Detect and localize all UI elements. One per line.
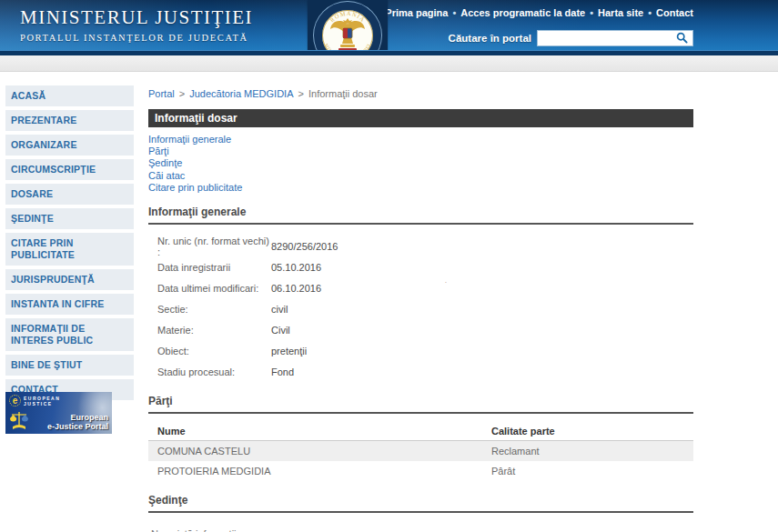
quick-link-informatii-generale[interactable]: Informaţii generale [148, 134, 693, 146]
field-label: Data ultimei modificari: [157, 283, 271, 294]
site-header: MINISTERUL JUSTIŢIEI PORTALUL INSTANŢELO… [0, 0, 778, 55]
link-separator: • [590, 7, 593, 18]
field-value: pretenţii [271, 346, 307, 356]
cell-calitate: Reclamant [491, 446, 540, 457]
parties-table: Nume Calitate parte COMUNA CASTELU Recla… [148, 422, 693, 481]
field-row-data-inregistrarii: Data inregistrarii 05.10.2016 [148, 256, 693, 277]
sidebar-item-jurisprudenta[interactable]: JURISPRUDENŢĂ [5, 269, 134, 290]
sidebar-item-bine-de-stiut[interactable]: BINE DE ŞTIUT [5, 355, 134, 376]
field-label: Nr. unic (nr. format vechi) : [157, 236, 271, 257]
field-label: Obiect: [157, 346, 271, 356]
field-label: Data inregistrarii [157, 262, 271, 273]
romania-eagle-icon [329, 15, 366, 55]
field-label: Stadiu procesual: [157, 366, 271, 377]
section-heading-parti: Părţi [148, 395, 693, 414]
column-header-calitate-parte: Calitate parte [491, 426, 555, 437]
breadcrumb-separator: > [298, 88, 304, 99]
field-row-nr-unic: Nr. unic (nr. format vechi) : 8290/256/2… [148, 236, 693, 256]
section-heading-sedinte: Şedinţe [148, 494, 693, 513]
sidebar-item-organizare[interactable]: ORGANIZARE [5, 135, 134, 156]
cell-nume: COMUNA CASTELU [148, 446, 491, 457]
breadcrumb-separator: > [179, 88, 185, 99]
table-row: PROTOIERIA MEDGIDIA Pârât [148, 461, 693, 481]
field-label: Sectie: [157, 304, 271, 315]
top-link-acces-programatic[interactable]: Acces programatic la date [460, 7, 585, 18]
top-nav: Prima pagina•Acces programatic la date•H… [385, 7, 693, 18]
column-header-nume: Nume [148, 426, 491, 437]
ejustice-banner[interactable]: e EUROPEAN JUSTICE European e-Justice Po… [5, 392, 112, 434]
ejustice-e-icon: e [9, 395, 21, 407]
quick-link-parti[interactable]: Părţi [148, 146, 693, 157]
table-row: COMUNA CASTELU Reclamant [148, 441, 693, 461]
search-label: Căutare în portal [449, 33, 531, 44]
sidebar-item-acasa[interactable]: ACASĂ [5, 85, 134, 106]
field-row-data-ultimei-modificari: Data ultimei modificari: 06.10.2016 [148, 277, 693, 298]
link-separator: • [452, 7, 456, 18]
top-link-harta-site[interactable]: Harta site [598, 7, 643, 18]
sidebar-item-sedinte[interactable]: ŞEDINŢE [5, 208, 134, 229]
search-input[interactable] [540, 32, 671, 45]
sedinte-empty-note: Nu există informaţii [148, 528, 693, 532]
main-content: Portal>Judecătoria MEDGIDIA>Informaţii d… [148, 85, 693, 532]
site-title: MINISTERUL JUSTIŢIEI [20, 6, 253, 29]
field-label: Materie: [157, 325, 271, 336]
sidebar-item-prezentare[interactable]: PREZENTARE [5, 110, 134, 131]
ejustice-caption: European e-Justice Portal [47, 413, 108, 431]
field-value: Civil [271, 325, 290, 336]
portal-search: Căutare în portal [449, 30, 693, 46]
ejustice-logo-text: EUROPEAN JUSTICE [24, 396, 60, 407]
field-row-obiect: Obiect: pretenţii [148, 340, 693, 361]
breadcrumb: Portal>Judecătoria MEDGIDIA>Informaţii d… [148, 88, 693, 99]
field-row-materie: Materie: Civil [148, 319, 693, 340]
section-heading-informatii-generale: Informaţii generale [148, 206, 693, 225]
table-header-row: Nume Calitate parte [148, 422, 693, 441]
sidebar-item-instanta-in-cifre[interactable]: INSTANTA IN CIFRE [5, 294, 134, 315]
sidebar-item-citare-prin-publicitate[interactable]: CITARE PRIN PUBLICITATE [5, 233, 134, 266]
search-icon [676, 32, 688, 44]
breadcrumb-current: Informaţii dosar [308, 88, 378, 99]
subheader-band [0, 55, 778, 72]
ejustice-logo: e EUROPEAN JUSTICE [9, 395, 60, 407]
search-button[interactable] [672, 32, 691, 45]
top-link-prima-pagina[interactable]: Prima pagina [385, 7, 448, 18]
field-value: 06.10.2016 [271, 283, 321, 294]
quick-link-citare-prin-publicitate[interactable]: Citare prin publicitate [148, 182, 693, 194]
general-fields: Nr. unic (nr. format vechi) : 8290/256/2… [148, 236, 693, 382]
sidebar-item-dosare[interactable]: DOSARE [5, 184, 134, 205]
scales-of-justice-icon [9, 410, 29, 432]
brand-block: MINISTERUL JUSTIŢIEI PORTALUL INSTANŢELO… [20, 6, 253, 43]
sidebar-item-informatii-interes-public[interactable]: INFORMAŢII DE INTERES PUBLIC [5, 318, 134, 351]
link-separator: • [648, 7, 652, 18]
sidebar-item-circumscriptie[interactable]: CIRCUMSCRIPŢIE [5, 159, 134, 180]
page: MINISTERUL JUSTIŢIEI PORTALUL INSTANŢELO… [0, 0, 778, 532]
search-box [537, 30, 693, 46]
site-subtitle: PORTALUL INSTANŢELOR DE JUDECATĂ [20, 33, 253, 43]
page-title-bar: Informaţii dosar [148, 109, 693, 127]
field-value: 05.10.2016 [271, 262, 321, 273]
stray-mark: . [445, 277, 447, 284]
breadcrumb-portal[interactable]: Portal [148, 88, 175, 99]
sidebar: ACASĂ PREZENTARE ORGANIZARE CIRCUMSCRIPŢ… [5, 85, 134, 404]
field-value: Fond [271, 366, 294, 377]
breadcrumb-judecatoria[interactable]: Judecătoria MEDGIDIA [189, 88, 293, 99]
quick-link-sedinte[interactable]: Şedinţe [148, 157, 693, 169]
top-link-contact[interactable]: Contact [656, 7, 693, 18]
quick-link-cai-atac[interactable]: Căi atac [148, 170, 693, 182]
cell-nume: PROTOIERIA MEDGIDIA [148, 466, 491, 477]
quick-links: Informaţii generale Părţi Şedinţe Căi at… [148, 134, 693, 194]
cell-calitate: Pârât [491, 466, 515, 477]
field-row-sectie: Sectie: civil [148, 298, 693, 319]
field-value: 8290/256/2016 [271, 241, 338, 252]
field-row-stadiu-procesual: Stadiu procesual: Fond [148, 361, 693, 382]
field-value: civil [271, 304, 288, 315]
